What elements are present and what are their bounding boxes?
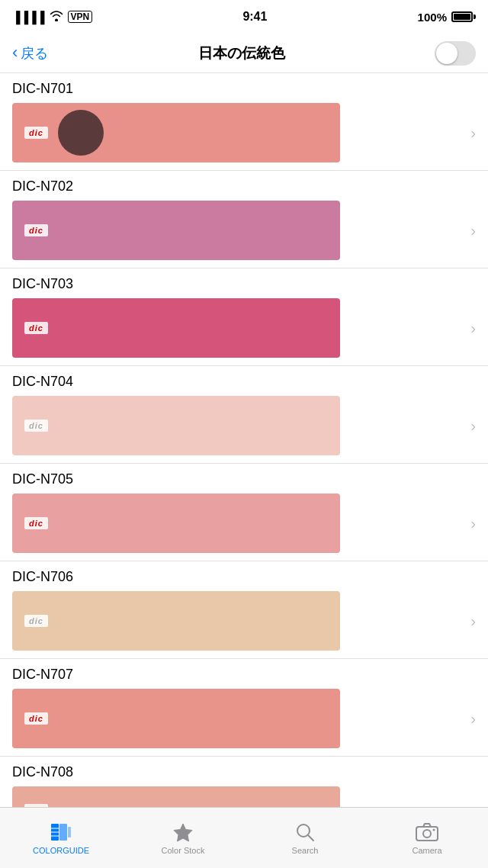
svg-rect-1	[59, 824, 67, 841]
dic-logo: dic	[24, 127, 48, 139]
list-item: DIC-N701 dic ›	[0, 73, 488, 171]
chevron-right-icon: ›	[470, 515, 476, 532]
color-id-label: DIC-N703	[12, 276, 476, 292]
color-item-row[interactable]: dic ›	[12, 493, 476, 553]
search-tab-label: Search	[292, 846, 319, 855]
svg-rect-2	[68, 827, 71, 837]
colorguide-icon	[50, 821, 72, 843]
color-item-row[interactable]: dic ›	[12, 689, 476, 748]
search-icon	[294, 821, 316, 843]
wifi-icon	[50, 11, 63, 24]
tab-camera[interactable]: Camera	[366, 821, 488, 855]
color-item-row[interactable]: dic ›	[12, 103, 476, 162]
list-item: DIC-N704 dic ›	[0, 366, 488, 464]
dic-logo: dic	[24, 517, 48, 529]
svg-point-11	[433, 828, 435, 831]
chevron-left-icon: ‹	[12, 44, 18, 61]
color-list: DIC-N701 dic › DIC-N702 dic › DIC-N703 d…	[0, 73, 488, 868]
dic-logo: dic	[24, 322, 48, 334]
color-circle-overlay	[58, 110, 104, 156]
list-item: DIC-N707 dic ›	[0, 659, 488, 757]
color-item-row[interactable]: dic ›	[12, 201, 476, 260]
status-right: 100%	[418, 11, 476, 24]
chevron-right-icon: ›	[470, 124, 476, 142]
signal-icon: ▐▐▐▐	[12, 11, 45, 24]
color-item-row[interactable]: dic ›	[12, 298, 476, 358]
battery-icon	[451, 11, 476, 22]
color-swatch[interactable]: dic	[12, 298, 340, 358]
svg-rect-9	[416, 827, 438, 841]
status-left: ▐▐▐▐ VPN	[12, 11, 92, 24]
svg-point-10	[423, 830, 431, 837]
chevron-right-icon: ›	[470, 612, 476, 630]
status-time: 9:41	[242, 10, 267, 24]
dic-logo: dic	[24, 712, 48, 725]
chevron-right-icon: ›	[470, 320, 476, 337]
colorstock-icon	[172, 821, 194, 843]
svg-line-8	[308, 835, 313, 841]
color-id-label: DIC-N707	[12, 667, 476, 683]
battery-percent: 100%	[418, 11, 447, 24]
color-id-label: DIC-N704	[12, 374, 476, 390]
color-id-label: DIC-N708	[12, 764, 476, 780]
back-button[interactable]: ‹ 戻る	[12, 44, 48, 63]
list-item: DIC-N702 dic ›	[0, 171, 488, 268]
tab-colorstock[interactable]: Color Stock	[122, 821, 244, 855]
colorstock-tab-label: Color Stock	[162, 846, 205, 855]
camera-tab-label: Camera	[412, 846, 441, 855]
nav-bar: ‹ 戻る 日本の伝統色	[0, 34, 488, 73]
color-swatch[interactable]: dic	[12, 103, 340, 162]
color-id-label: DIC-N705	[12, 471, 476, 487]
back-label: 戻る	[21, 44, 48, 63]
page-title: 日本の伝統色	[198, 43, 285, 63]
list-item: DIC-N705 dic ›	[0, 464, 488, 561]
tab-colorguide[interactable]: COLORGUIDE	[0, 821, 122, 855]
colorguide-tab-label: COLORGUIDE	[33, 846, 89, 855]
color-item-row[interactable]: dic ›	[12, 591, 476, 651]
color-id-label: DIC-N701	[12, 81, 476, 97]
camera-icon	[416, 821, 438, 843]
list-item: DIC-N703 dic ›	[0, 268, 488, 366]
color-swatch[interactable]: dic	[12, 689, 340, 748]
chevron-right-icon: ›	[470, 222, 476, 240]
chevron-right-icon: ›	[470, 417, 476, 435]
color-swatch[interactable]: dic	[12, 591, 340, 651]
toggle-switch[interactable]	[435, 41, 476, 66]
list-item: DIC-N706 dic ›	[0, 561, 488, 659]
color-swatch[interactable]: dic	[12, 396, 340, 455]
dic-logo: dic	[24, 615, 48, 627]
chevron-right-icon: ›	[470, 710, 476, 728]
tab-bar: COLORGUIDE Color Stock Search	[0, 807, 488, 868]
vpn-badge: VPN	[68, 11, 93, 23]
tab-search[interactable]: Search	[244, 821, 366, 855]
dic-logo: dic	[24, 224, 48, 236]
color-swatch[interactable]: dic	[12, 493, 340, 553]
color-swatch[interactable]: dic	[12, 201, 340, 260]
status-bar: ▐▐▐▐ VPN 9:41 100%	[0, 0, 488, 34]
color-id-label: DIC-N702	[12, 178, 476, 194]
svg-marker-6	[174, 824, 192, 841]
color-id-label: DIC-N706	[12, 569, 476, 585]
dic-logo: dic	[24, 420, 48, 432]
color-item-row[interactable]: dic ›	[12, 396, 476, 455]
